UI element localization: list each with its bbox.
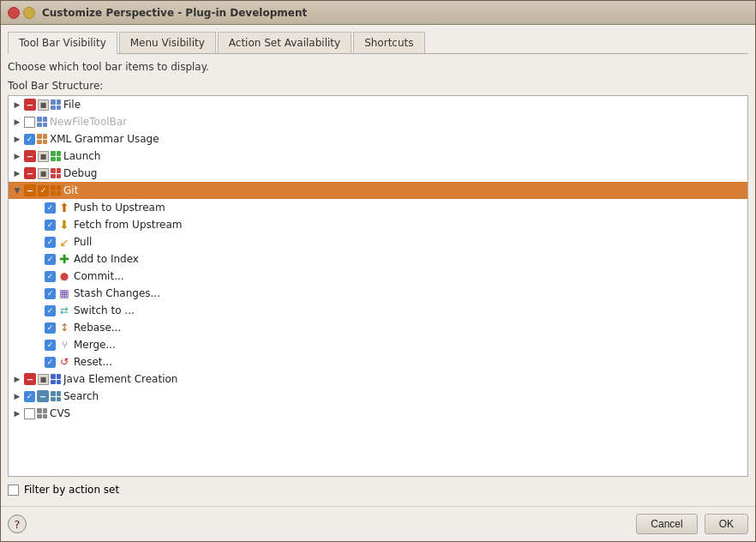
checkbox-debug[interactable]: ■ — [38, 168, 49, 179]
label-javaelem: Java Element Creation — [63, 373, 177, 385]
tree-item-reset[interactable]: ▶ ✓ ↺ Reset... — [9, 353, 747, 370]
checkbox-stash[interactable]: ✓ — [45, 288, 56, 299]
tree-item-rebase[interactable]: ▶ ✓ ↕ Rebase... — [9, 319, 747, 336]
label-fetch: Fetch from Upstream — [74, 219, 183, 231]
tree-item-addindex[interactable]: ▶ ✓ ✚ Add to Index — [9, 250, 747, 268]
label-rebase: Rebase... — [74, 322, 121, 334]
minus-icon-git: − — [24, 184, 36, 196]
label-commit: Commit... — [74, 270, 124, 282]
label-stash: Stash Changes... — [74, 287, 160, 299]
checkbox-switch[interactable]: ✓ — [45, 305, 56, 316]
tab-toolbar[interactable]: Tool Bar Visibility — [8, 32, 117, 54]
expander-newfile[interactable]: ▶ — [12, 117, 22, 127]
tab-menu[interactable]: Menu Visibility — [119, 32, 216, 53]
checkbox-commit[interactable]: ✓ — [45, 271, 56, 282]
bottom-bar: ? Cancel OK — [1, 506, 755, 541]
help-button[interactable]: ? — [8, 515, 27, 533]
checkbox-addindex[interactable]: ✓ — [45, 254, 56, 265]
section-label: Tool Bar Structure: — [8, 80, 748, 92]
grid-icon-cvs — [37, 408, 47, 419]
label-search: Search — [63, 390, 99, 402]
label-file: File — [63, 99, 81, 111]
checkbox-git[interactable]: ✓ — [38, 185, 49, 196]
tree-item-xmlgrammar[interactable]: ▶ ✓ XML Grammar Usage — [9, 130, 747, 148]
expander-xml[interactable]: ▶ — [12, 134, 22, 144]
checkbox-cvs[interactable] — [24, 408, 35, 419]
minus-icon-search: − — [37, 390, 49, 402]
checkbox-xml[interactable]: ✓ — [24, 134, 35, 145]
minus-icon-launch: − — [24, 150, 36, 162]
tree-item-pull[interactable]: ▶ ✓ ↙ Pull — [9, 233, 747, 250]
fetch-icon: ⬇ — [57, 218, 71, 232]
tree-item-switch[interactable]: ▶ ✓ ⇄ Switch to ... — [9, 302, 747, 319]
minus-icon-file: − — [24, 99, 36, 111]
grid-icon-launch — [51, 151, 61, 161]
toolbar-structure-tree[interactable]: ▶ − ■ File ▶ NewFileToolBar — [8, 95, 748, 477]
merge-icon: ⑂ — [57, 338, 71, 352]
expander-launch[interactable]: ▶ — [12, 151, 22, 161]
expander-file[interactable]: ▶ — [12, 99, 22, 110]
main-window: Customize Perspective - Plug-in Developm… — [0, 0, 756, 542]
ok-button[interactable]: OK — [705, 514, 748, 534]
title-bar: Customize Perspective - Plug-in Developm… — [1, 1, 755, 25]
tree-item-fetch[interactable]: ▶ ✓ ⬇ Fetch from Upstream — [9, 216, 747, 233]
grid-icon-debug — [51, 168, 61, 178]
tree-item-newfile[interactable]: ▶ NewFileToolBar — [9, 113, 747, 130]
checkbox-java[interactable]: ■ — [38, 374, 49, 385]
checkbox-search[interactable]: ✓ — [24, 391, 35, 402]
close-button[interactable] — [8, 7, 20, 19]
checkbox-newfile[interactable] — [24, 117, 35, 128]
tree-item-cvs[interactable]: ▶ CVS — [9, 405, 747, 422]
label-push: Push to Upstream — [74, 202, 165, 214]
minus-icon-java: − — [24, 373, 36, 385]
window-title: Customize Perspective - Plug-in Developm… — [42, 7, 307, 19]
label-addindex: Add to Index — [74, 253, 139, 265]
label-git: Git — [63, 184, 78, 196]
label-reset: Reset... — [74, 356, 112, 368]
dialog-buttons: Cancel OK — [636, 514, 748, 534]
tree-item-javaelem[interactable]: ▶ − ■ Java Element Creation — [9, 370, 747, 388]
checkbox-file[interactable]: ■ — [38, 99, 49, 111]
filter-checkbox-box[interactable] — [8, 485, 19, 496]
tab-shortcuts[interactable]: Shortcuts — [353, 32, 424, 53]
tree-item-git[interactable]: ▼ − ✓ Git — [9, 182, 747, 199]
expander-java[interactable]: ▶ — [12, 374, 22, 384]
cancel-button[interactable]: Cancel — [636, 514, 697, 534]
expander-search[interactable]: ▶ — [12, 391, 22, 401]
dialog-content: Tool Bar Visibility Menu Visibility Acti… — [1, 25, 755, 506]
label-xmlgrammar: XML Grammar Usage — [50, 133, 159, 145]
expander-debug[interactable]: ▶ — [12, 168, 22, 178]
label-switch: Switch to ... — [74, 304, 135, 316]
grid-icon-search — [51, 391, 61, 401]
tree-item-launch[interactable]: ▶ − ■ Launch — [9, 148, 747, 165]
tree-item-search[interactable]: ▶ ✓ − Search — [9, 388, 747, 405]
checkbox-launch[interactable]: ■ — [38, 151, 49, 162]
expander-cvs[interactable]: ▶ — [12, 408, 22, 419]
tree-item-commit[interactable]: ▶ ✓ ● Commit... — [9, 268, 747, 285]
stash-icon: ▦ — [57, 286, 71, 300]
minus-icon-debug: − — [24, 167, 36, 179]
footer-filter: Filter by action set — [8, 477, 748, 499]
checkbox-fetch[interactable]: ✓ — [45, 220, 56, 231]
checkbox-merge[interactable]: ✓ — [45, 340, 56, 351]
label-debug: Debug — [63, 167, 97, 179]
tree-item-push[interactable]: ▶ ✓ ⬆ Push to Upstream — [9, 199, 747, 216]
checkbox-push[interactable]: ✓ — [45, 202, 56, 214]
pull-icon: ↙ — [57, 235, 71, 249]
label-pull: Pull — [74, 236, 92, 248]
label-launch: Launch — [63, 150, 100, 162]
minimize-button[interactable] — [23, 7, 35, 19]
tab-actionset[interactable]: Action Set Availability — [218, 32, 351, 53]
switch-icon: ⇄ — [57, 304, 71, 317]
checkbox-rebase[interactable]: ✓ — [45, 322, 56, 334]
tree-item-debug[interactable]: ▶ − ■ Debug — [9, 165, 747, 182]
tree-item-stash[interactable]: ▶ ✓ ▦ Stash Changes... — [9, 285, 747, 302]
checkbox-pull[interactable]: ✓ — [45, 237, 56, 248]
expander-git[interactable]: ▼ — [12, 185, 22, 196]
tree-item-merge[interactable]: ▶ ✓ ⑂ Merge... — [9, 336, 747, 353]
filter-label[interactable]: Filter by action set — [8, 484, 119, 496]
commit-icon: ● — [57, 269, 71, 283]
tree-item-file[interactable]: ▶ − ■ File — [9, 96, 747, 113]
grid-icon-java — [51, 374, 61, 384]
checkbox-reset[interactable]: ✓ — [45, 357, 56, 368]
